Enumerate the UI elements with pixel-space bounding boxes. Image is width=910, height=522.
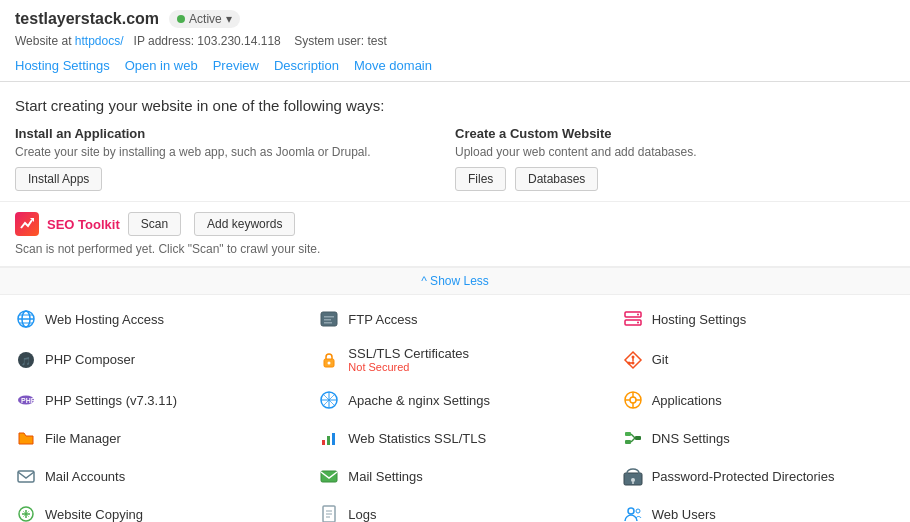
file-manager-label: File Manager <box>45 431 121 446</box>
svg-rect-40 <box>18 471 34 482</box>
install-app-heading: Install an Application <box>15 126 455 141</box>
hosting-settings-icon <box>622 308 644 330</box>
logs-label: Logs <box>348 507 376 522</box>
tool-item-web-hosting-access[interactable]: Web Hosting Access <box>0 300 303 338</box>
start-title: Start creating your website in one of th… <box>15 97 895 114</box>
show-less-label: ^ Show Less <box>421 274 489 288</box>
tool-item-web-users[interactable]: Web Users <box>607 495 910 522</box>
tool-item-logs[interactable]: Logs <box>303 495 606 522</box>
seo-label: SEO Toolkit <box>47 217 120 232</box>
password-protected-icon <box>622 465 644 487</box>
mail-settings-icon <box>318 465 340 487</box>
svg-line-38 <box>631 434 635 438</box>
website-copying-icon <box>15 503 37 522</box>
nav-open-in-web[interactable]: Open in web <box>125 58 198 77</box>
nav-links: Hosting Settings Open in web Preview Des… <box>15 54 895 81</box>
tool-item-ssl-tls[interactable]: SSL/TLS CertificatesNot Secured <box>303 338 606 381</box>
tool-item-git[interactable]: Git <box>607 338 910 381</box>
files-button[interactable]: Files <box>455 167 506 191</box>
tool-item-mail-settings[interactable]: Mail Settings <box>303 457 606 495</box>
tool-item-mail-accounts[interactable]: Mail Accounts <box>0 457 303 495</box>
svg-line-39 <box>631 438 635 442</box>
install-apps-button[interactable]: Install Apps <box>15 167 102 191</box>
seo-scan-button[interactable]: Scan <box>128 212 181 236</box>
ssl-tls-icon <box>318 349 340 371</box>
php-settings-label: PHP Settings (v7.3.11) <box>45 393 177 408</box>
svg-rect-32 <box>322 440 325 445</box>
tool-item-dns-settings[interactable]: DNS Settings <box>607 419 910 457</box>
tool-item-website-copying[interactable]: Website Copying <box>0 495 303 522</box>
chevron-down-icon: ▾ <box>226 12 232 26</box>
svg-rect-9 <box>324 322 332 324</box>
hosting-settings-label: Hosting Settings <box>652 312 747 327</box>
php-settings-icon: PHP <box>15 389 37 411</box>
header-top: testlayerstack.com Active ▾ <box>15 10 895 28</box>
file-manager-icon <box>15 427 37 449</box>
start-section: Start creating your website in one of th… <box>0 82 910 202</box>
tool-item-hosting-settings[interactable]: Hosting Settings <box>607 300 910 338</box>
svg-rect-7 <box>324 316 334 318</box>
svg-point-52 <box>628 508 634 514</box>
httpdocs-link[interactable]: httpdocs/ <box>75 34 124 48</box>
applications-label: Applications <box>652 393 722 408</box>
dns-settings-label: DNS Settings <box>652 431 730 446</box>
seo-keywords-button[interactable]: Add keywords <box>194 212 295 236</box>
databases-button[interactable]: Databases <box>515 167 598 191</box>
svg-rect-35 <box>625 432 631 436</box>
tool-item-password-protected[interactable]: Password-Protected Directories <box>607 457 910 495</box>
site-title: testlayerstack.com <box>15 10 159 28</box>
mail-accounts-icon <box>15 465 37 487</box>
header: testlayerstack.com Active ▾ Website at h… <box>0 0 910 82</box>
ftp-access-icon <box>318 308 340 330</box>
applications-icon <box>622 389 644 411</box>
git-icon <box>622 349 644 371</box>
custom-website-heading: Create a Custom Website <box>455 126 895 141</box>
web-users-label: Web Users <box>652 507 716 522</box>
logs-icon <box>318 503 340 522</box>
header-info: Website at httpdocs/ IP address: 103.230… <box>15 34 895 48</box>
svg-point-27 <box>630 397 636 403</box>
nav-hosting-settings[interactable]: Hosting Settings <box>15 58 110 77</box>
git-label: Git <box>652 352 669 367</box>
web-users-icon <box>622 503 644 522</box>
mail-accounts-label: Mail Accounts <box>45 469 125 484</box>
tool-item-web-statistics[interactable]: Web Statistics SSL/TLS <box>303 419 606 457</box>
tools-grid: Web Hosting AccessFTP AccessHosting Sett… <box>0 295 910 522</box>
install-app-col: Install an Application Create your site … <box>15 126 455 191</box>
seo-bar: SEO Toolkit Scan Add keywords <box>15 212 895 236</box>
start-grid: Install an Application Create your site … <box>15 126 895 191</box>
website-copying-label: Website Copying <box>45 507 143 522</box>
apache-nginx-label: Apache & nginx Settings <box>348 393 490 408</box>
web-hosting-access-label: Web Hosting Access <box>45 312 164 327</box>
ftp-access-label: FTP Access <box>348 312 417 327</box>
svg-rect-41 <box>321 471 337 482</box>
php-composer-label: PHP Composer <box>45 352 135 367</box>
custom-website-desc: Upload your web content and add database… <box>455 145 895 159</box>
nav-move-domain[interactable]: Move domain <box>354 58 432 77</box>
svg-text:🎵: 🎵 <box>21 356 31 366</box>
tool-item-php-composer[interactable]: 🎵PHP Composer <box>0 338 303 381</box>
status-dot <box>177 15 185 23</box>
seo-section: SEO Toolkit Scan Add keywords Scan is no… <box>0 202 910 267</box>
mail-settings-label: Mail Settings <box>348 469 422 484</box>
nav-preview[interactable]: Preview <box>213 58 259 77</box>
nav-description[interactable]: Description <box>274 58 339 77</box>
svg-rect-37 <box>635 436 641 440</box>
info-prefix: Website at <box>15 34 71 48</box>
web-statistics-icon <box>318 427 340 449</box>
status-badge: Active ▾ <box>169 10 240 28</box>
tool-item-file-manager[interactable]: File Manager <box>0 419 303 457</box>
status-label: Active <box>189 12 222 26</box>
tool-item-applications[interactable]: Applications <box>607 381 910 419</box>
tool-item-apache-nginx[interactable]: Apache & nginx Settings <box>303 381 606 419</box>
show-less-bar[interactable]: ^ Show Less <box>0 267 910 295</box>
tool-item-ftp-access[interactable]: FTP Access <box>303 300 606 338</box>
svg-point-45 <box>631 478 635 482</box>
main-content: Start creating your website in one of th… <box>0 82 910 522</box>
svg-rect-34 <box>332 433 335 445</box>
ip-address: IP address: 103.230.14.118 <box>134 34 281 48</box>
tool-item-php-settings[interactable]: PHPPHP Settings (v7.3.11) <box>0 381 303 419</box>
web-hosting-access-icon <box>15 308 37 330</box>
web-statistics-label: Web Statistics SSL/TLS <box>348 431 486 446</box>
seo-scan-text: Scan is not performed yet. Click "Scan" … <box>15 242 895 256</box>
